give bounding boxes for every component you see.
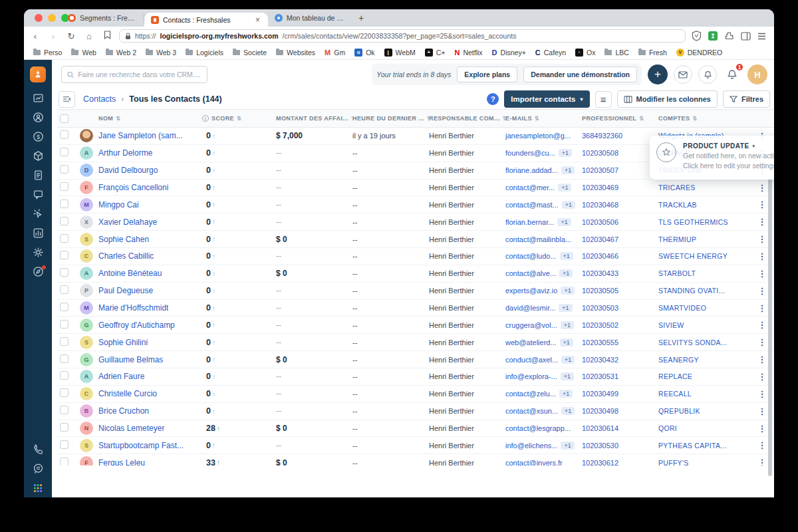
bookmark-item[interactable]: CCafeyn — [535, 49, 566, 57]
column-header[interactable]: PROFESSIONNEL⇅ — [582, 115, 658, 122]
user-avatar[interactable]: H — [747, 65, 767, 84]
back-icon[interactable]: ‹ — [29, 31, 41, 41]
account-link[interactable]: SMARTVIDEO — [658, 304, 706, 312]
phone-link[interactable]: 102030503 — [582, 304, 618, 312]
row-checkbox[interactable] — [60, 234, 68, 243]
quick-add-button[interactable]: + — [648, 65, 668, 84]
sidebar-phone-icon[interactable] — [24, 440, 52, 459]
contact-name-link[interactable]: Christelle Curcio — [98, 389, 157, 398]
phone-link[interactable]: 102030508 — [582, 149, 618, 157]
sidebar-documents-icon[interactable] — [24, 166, 52, 185]
column-header[interactable]: HEURE DU DERNIER ...⇅ — [352, 115, 429, 122]
email-more-badge[interactable]: +1 — [560, 338, 573, 346]
contact-name-link[interactable]: Sophie Ghilini — [98, 338, 148, 347]
kebab-menu-icon[interactable]: ⋮ — [758, 200, 767, 209]
email-link[interactable]: floriane.addad... — [505, 166, 558, 174]
kebab-menu-icon[interactable]: ⋮ — [758, 320, 767, 330]
phone-link[interactable]: 102030498 — [582, 407, 618, 415]
email-link[interactable]: contact@zelu... — [505, 390, 556, 398]
sidebar-contacts-icon[interactable] — [24, 108, 52, 127]
email-more-badge[interactable]: +1 — [561, 372, 574, 380]
kebab-menu-icon[interactable]: ⋮ — [758, 303, 767, 313]
row-checkbox[interactable] — [60, 200, 68, 208]
sidebar-analytics-icon[interactable] — [24, 223, 52, 243]
row-checkbox[interactable] — [60, 303, 68, 311]
kebab-menu-icon[interactable]: ⋮ — [758, 372, 767, 382]
bookmark-item[interactable]: Websites — [276, 49, 315, 57]
kebab-menu-icon[interactable]: ⋮ — [758, 251, 767, 261]
sidebar-kanban-icon[interactable] — [24, 88, 52, 108]
sort-icon[interactable]: ⇅ — [535, 115, 540, 122]
contact-name-link[interactable]: Nicolas Lemeteyer — [98, 424, 164, 433]
row-checkbox[interactable] — [60, 268, 68, 277]
phone-link[interactable]: 102030469 — [582, 184, 618, 192]
announcements-button[interactable] — [698, 65, 717, 84]
tab-close-icon[interactable]: × — [254, 15, 261, 25]
email-more-badge[interactable]: +1 — [561, 321, 574, 329]
contact-name-link[interactable]: Mingpo Cai — [98, 200, 139, 209]
account-link[interactable]: PYTHEAS CAPITA... — [658, 442, 727, 450]
column-header[interactable]: RESPONSABLE COM...⇅ — [429, 115, 505, 122]
table-row[interactable]: AAdrien Faure0↑----Henri Berthierinfo@ex… — [57, 368, 774, 386]
column-header[interactable]: MONTANT DES AFFAI...⇅ — [276, 115, 352, 122]
green-extension-icon[interactable]: ↥ — [708, 31, 718, 41]
contact-name-link[interactable]: Brice Cruchon — [98, 406, 149, 416]
column-header[interactable]: COMPTES⇅ — [658, 115, 750, 122]
email-link[interactable]: contact@mailinbla... — [505, 235, 571, 243]
account-link[interactable]: TRACKLAB — [658, 201, 697, 209]
email-more-badge[interactable]: +1 — [560, 252, 573, 260]
row-checkbox[interactable] — [60, 285, 68, 294]
contact-name-link[interactable]: Fergus Leleu — [98, 458, 145, 466]
vertical-scrollbar[interactable] — [768, 178, 772, 476]
info-icon[interactable]: i — [202, 115, 209, 122]
email-link[interactable]: florian.bernar... — [505, 218, 554, 226]
email-more-badge[interactable]: +1 — [559, 149, 572, 157]
sidebar-sales-sequences-icon[interactable] — [24, 204, 52, 223]
table-row[interactable]: GGeoffroy d'Autichamp0↑----Henri Berthie… — [57, 317, 774, 334]
bookmark-item[interactable]: Perso — [33, 49, 62, 57]
column-header[interactable]: NOM⇅ — [80, 115, 202, 122]
email-link[interactable]: cruggera@vol... — [505, 321, 557, 329]
notifications-button[interactable]: 1 — [723, 65, 741, 84]
email-link[interactable]: david@lesmir... — [505, 304, 555, 312]
email-more-badge[interactable]: +1 — [561, 166, 575, 174]
contact-name-link[interactable]: Guillaume Belmas — [98, 355, 163, 364]
phone-link[interactable]: 102030466 — [582, 252, 618, 260]
sidebar-settings-icon[interactable] — [24, 243, 52, 262]
account-link[interactable]: TRICARES — [658, 184, 696, 192]
phone-link[interactable]: 102030530 — [582, 442, 618, 450]
bookmark-item[interactable]: Societe — [233, 49, 267, 57]
home-icon[interactable]: ⌂ — [83, 31, 95, 41]
row-checkbox[interactable] — [60, 423, 68, 432]
email-link[interactable]: contact@alve... — [505, 269, 556, 277]
contact-name-link[interactable]: Sophie Cahen — [98, 235, 149, 244]
kebab-menu-icon[interactable]: ⋮ — [758, 389, 767, 399]
tab-freshsales-active[interactable]: Contacts : Freshsales × — [144, 13, 268, 27]
sidebar-apps-grid-icon[interactable] — [24, 478, 52, 497]
sort-icon[interactable]: ⇅ — [237, 115, 242, 122]
row-checkbox[interactable] — [60, 388, 68, 397]
contact-name-link[interactable]: Marie d'Hoffschmidt — [98, 303, 168, 313]
bookmark-item[interactable]: Web — [71, 49, 96, 57]
new-tab-button[interactable]: + — [350, 9, 372, 27]
help-icon[interactable]: ? — [487, 93, 499, 105]
sort-icon[interactable]: ⇅ — [639, 115, 644, 122]
table-row[interactable]: FFergus Leleu33↑$ 0--Henri Berthierconta… — [57, 454, 774, 466]
table-row[interactable]: AAntoine Bénéteau0↑$ 0--Henri Berthierco… — [57, 265, 774, 283]
contact-name-link[interactable]: David Delbourgo — [98, 166, 158, 175]
phone-link[interactable]: 102030502 — [582, 321, 618, 329]
contact-name-link[interactable]: Jane Sampleton (sam... — [98, 131, 183, 140]
sidebar-toggle-icon[interactable] — [741, 32, 751, 41]
kebab-menu-icon[interactable]: ⋮ — [758, 337, 767, 347]
email-link[interactable]: conduct@axel... — [505, 356, 558, 364]
email-more-badge[interactable]: +1 — [562, 201, 575, 209]
row-checkbox[interactable] — [60, 371, 68, 380]
kebab-menu-icon[interactable]: ⋮ — [758, 440, 767, 450]
browser-menu-icon[interactable] — [757, 33, 766, 40]
account-link[interactable]: THERMIUP — [658, 235, 696, 243]
email-more-badge[interactable]: +1 — [561, 442, 574, 450]
account-link[interactable]: PUFFY'S — [658, 459, 689, 466]
account-link[interactable]: STARBOLT — [658, 269, 696, 277]
table-row[interactable]: CCharles Cabillic0↑----Henri Berthiercon… — [57, 248, 774, 265]
crm-search[interactable] — [61, 66, 207, 83]
